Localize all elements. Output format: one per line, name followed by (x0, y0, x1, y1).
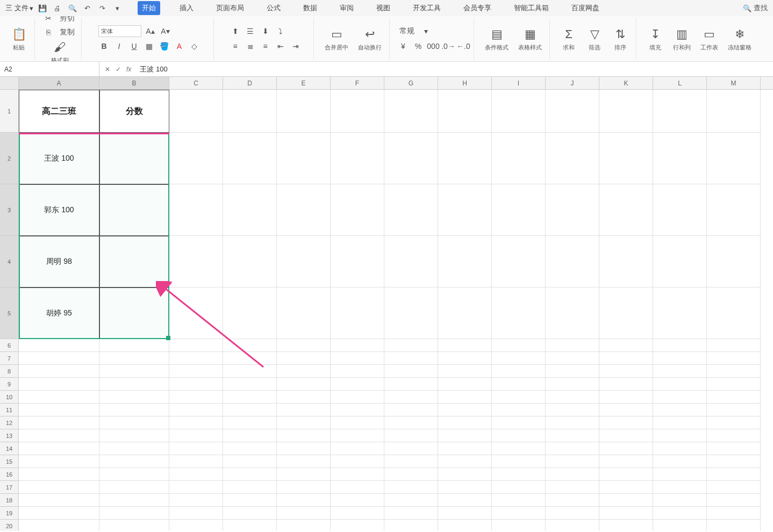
cell[interactable] (169, 494, 223, 507)
cell[interactable] (492, 391, 546, 404)
cell[interactable] (19, 494, 99, 507)
wrap-button[interactable]: ↩ 自动换行 (355, 25, 385, 53)
col-header-i[interactable]: I (492, 77, 546, 89)
cell[interactable] (331, 429, 384, 442)
cell[interactable] (653, 287, 707, 339)
cell[interactable] (384, 184, 438, 236)
cell[interactable] (546, 481, 599, 494)
cell[interactable] (653, 339, 707, 352)
cell[interactable] (384, 442, 438, 455)
cell[interactable] (331, 352, 384, 365)
cell[interactable] (599, 404, 653, 416)
cell[interactable] (277, 455, 331, 468)
cell[interactable] (599, 236, 653, 287)
cell[interactable] (599, 391, 653, 404)
cell[interactable] (653, 494, 707, 507)
cell[interactable] (438, 365, 492, 378)
bold-icon[interactable]: B (98, 40, 110, 52)
cell[interactable] (653, 391, 707, 404)
cell[interactable] (223, 468, 277, 481)
cell[interactable] (277, 236, 331, 287)
fill-color-icon[interactable]: 🪣 (159, 40, 170, 52)
cell-b5[interactable] (99, 287, 169, 339)
cell[interactable] (599, 455, 653, 468)
spreadsheet-area[interactable]: A B C D E F G H I J K L M 1 高二三班 分数 (0, 77, 773, 531)
cell[interactable] (707, 352, 761, 365)
cell[interactable] (331, 184, 384, 236)
fill-button[interactable]: ↧ 填充 (644, 25, 667, 53)
cell[interactable] (653, 481, 707, 494)
cell[interactable] (492, 507, 546, 520)
cell[interactable] (707, 494, 761, 507)
select-all-corner[interactable] (0, 77, 19, 89)
cell[interactable] (438, 133, 492, 184)
cell[interactable] (331, 507, 384, 520)
border-icon[interactable]: ▦ (144, 40, 155, 52)
cell[interactable] (707, 442, 761, 455)
cell[interactable] (19, 391, 99, 404)
cell-a5[interactable]: 胡婷 95 (19, 287, 99, 339)
cell[interactable] (331, 494, 384, 507)
formula-input[interactable]: 王波 100 (137, 64, 773, 74)
cell[interactable] (169, 429, 223, 442)
col-header-d[interactable]: D (223, 77, 277, 89)
cell[interactable] (546, 133, 599, 184)
font-color-icon[interactable]: A (174, 40, 185, 52)
cell[interactable] (438, 90, 492, 133)
chevron-down-icon[interactable]: ▾ (113, 3, 123, 13)
cell[interactable] (223, 455, 277, 468)
cell[interactable] (277, 184, 331, 236)
cell[interactable] (384, 339, 438, 352)
cell[interactable] (599, 416, 653, 429)
cell[interactable] (546, 494, 599, 507)
cell[interactable] (438, 391, 492, 404)
fx-icon[interactable]: fx (126, 66, 131, 73)
row-header[interactable]: 8 (0, 365, 19, 378)
cell[interactable] (19, 520, 99, 531)
conditional-format-button[interactable]: ▤ 条件格式 (482, 25, 512, 53)
cell[interactable] (223, 494, 277, 507)
tab-smart-toolbox[interactable]: 智能工具箱 (511, 1, 552, 15)
cell[interactable] (707, 481, 761, 494)
cell[interactable] (169, 507, 223, 520)
cell[interactable] (707, 90, 761, 133)
cell[interactable] (438, 378, 492, 391)
tab-baidu[interactable]: 百度网盘 (568, 1, 603, 15)
cell[interactable] (546, 429, 599, 442)
cell[interactable] (384, 468, 438, 481)
cell[interactable] (707, 133, 761, 184)
cell[interactable] (331, 391, 384, 404)
percent-icon[interactable]: % (412, 40, 424, 52)
cell-b3[interactable] (99, 184, 169, 236)
cell[interactable] (653, 442, 707, 455)
cell[interactable] (438, 429, 492, 442)
cell[interactable] (599, 481, 653, 494)
cell[interactable] (599, 442, 653, 455)
sum-button[interactable]: Σ 求和 (557, 25, 580, 53)
cell[interactable] (99, 468, 169, 481)
cell[interactable] (169, 520, 223, 531)
cell[interactable] (492, 494, 546, 507)
cell-style-button[interactable]: ▦ 表格样式 (515, 25, 545, 53)
cell[interactable] (546, 455, 599, 468)
cell[interactable] (99, 391, 169, 404)
cell[interactable] (384, 494, 438, 507)
cell[interactable] (653, 507, 707, 520)
cell[interactable] (384, 365, 438, 378)
cancel-icon[interactable]: ✕ (105, 66, 110, 73)
row-header[interactable]: 15 (0, 455, 19, 468)
cell[interactable] (169, 455, 223, 468)
align-center-icon[interactable]: ≣ (245, 40, 256, 52)
cell[interactable] (169, 416, 223, 429)
cell[interactable] (223, 287, 277, 339)
cell[interactable] (223, 184, 277, 236)
format-painter-button[interactable]: 🖌 格式刷 (48, 38, 72, 62)
cell[interactable] (331, 378, 384, 391)
font-size-decrease-icon[interactable]: A▾ (160, 25, 171, 37)
cell[interactable] (599, 184, 653, 236)
cell[interactable] (599, 133, 653, 184)
cell[interactable] (653, 455, 707, 468)
cell[interactable] (384, 287, 438, 339)
cell[interactable] (169, 404, 223, 416)
clear-format-icon[interactable]: ◇ (189, 40, 201, 52)
